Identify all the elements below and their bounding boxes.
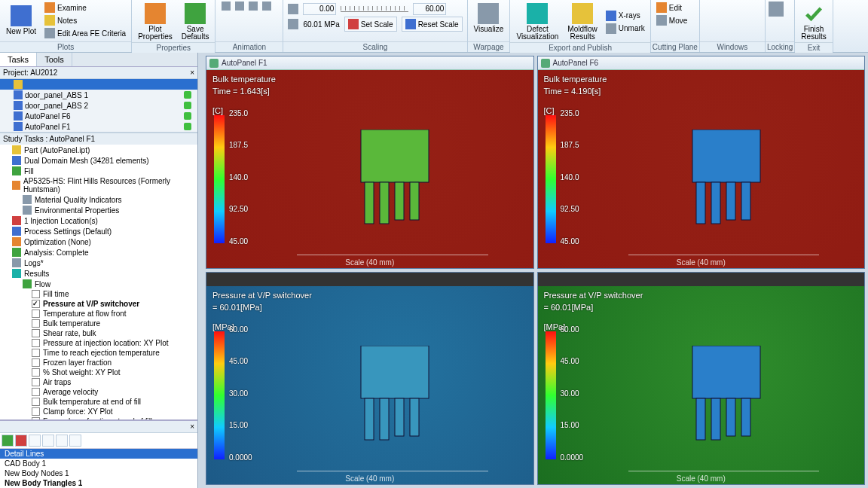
study-row[interactable]: Environmental Properties bbox=[0, 205, 197, 215]
loop-icon[interactable] bbox=[262, 2, 271, 11]
result-checkbox[interactable] bbox=[32, 329, 40, 337]
notes-button[interactable]: Notes bbox=[42, 14, 128, 26]
viewport-canvas[interactable]: Bulk temperatureTime = 1.643[s][C]235.01… bbox=[206, 70, 533, 268]
tab-tasks[interactable]: Tasks bbox=[0, 53, 37, 66]
viewport-canvas[interactable]: Pressure at V/P switchover= 60.01[MPa][M… bbox=[206, 286, 533, 484]
result-checkbox[interactable] bbox=[32, 300, 40, 308]
set-scale-button[interactable]: Set Scale bbox=[344, 17, 397, 32]
result-checkbox[interactable] bbox=[32, 368, 40, 377]
sliders-icon-2[interactable] bbox=[288, 19, 298, 29]
viewport-titlebar[interactable]: AutoPanel F1 bbox=[206, 56, 533, 70]
result-row[interactable]: Pressure at injection location: XY Plot bbox=[0, 338, 197, 348]
result-row[interactable]: Time to reach ejection temperature bbox=[0, 348, 197, 358]
defect-viz-button[interactable]: Defect Visualization bbox=[513, 2, 561, 42]
viewport-1[interactable]: AutoPanel F6Bulk temperatureTime = 4.190… bbox=[537, 56, 866, 269]
bottom-row[interactable]: New Body Triangles 1 bbox=[0, 478, 197, 488]
group-label-plots: Plots bbox=[0, 41, 131, 52]
result-checkbox[interactable] bbox=[32, 339, 40, 347]
study-row-label: Dual Domain Mesh (34281 elements) bbox=[24, 157, 149, 165]
bottom-row[interactable]: New Body Nodes 1 bbox=[0, 468, 197, 478]
result-checkbox[interactable] bbox=[32, 398, 40, 406]
study-row[interactable]: Part (AutoPanel.ipt) bbox=[0, 145, 197, 155]
viewport-0[interactable]: AutoPanel F1Bulk temperatureTime = 1.643… bbox=[206, 56, 534, 269]
study-row[interactable]: 1 Injection Location(s) bbox=[0, 215, 197, 226]
study-row-icon bbox=[12, 166, 21, 175]
result-checkbox[interactable] bbox=[32, 290, 40, 298]
bottom-row[interactable]: CAD Body 1 bbox=[0, 459, 197, 468]
visualize-button[interactable]: Visualize bbox=[471, 2, 507, 35]
result-label: Air traps bbox=[43, 378, 71, 386]
sliders-icon[interactable] bbox=[288, 4, 298, 14]
bottom-row[interactable]: Detail Lines bbox=[0, 449, 197, 459]
bt-delete-button[interactable] bbox=[15, 435, 27, 447]
viewport-3[interactable]: Pressure at V/P switchover= 60.01[MPa][M… bbox=[537, 272, 866, 485]
play-icon[interactable] bbox=[235, 2, 244, 11]
new-plot-button[interactable]: New Plot bbox=[3, 4, 39, 37]
unmark-button[interactable]: Unmark bbox=[604, 23, 647, 35]
scale-label: Scale (40 mm) bbox=[677, 258, 726, 267]
result-row[interactable]: Frozen layer fraction bbox=[0, 358, 197, 368]
study-row[interactable]: Logs* bbox=[0, 258, 197, 268]
svg-rect-7 bbox=[711, 182, 720, 224]
result-row[interactable]: Fill time bbox=[0, 289, 197, 299]
result-row[interactable]: Shear rate, bulk bbox=[0, 328, 197, 338]
tab-tools[interactable]: Tools bbox=[37, 53, 72, 66]
project-item[interactable]: door_panel_ABS 2 bbox=[0, 100, 197, 111]
result-row[interactable]: Clamp force: XY Plot bbox=[0, 407, 197, 416]
study-row[interactable]: AP5325-HS: Flint Hills Resources (Former… bbox=[0, 176, 197, 194]
study-row[interactable]: Optimization (None) bbox=[0, 236, 197, 247]
xrays-button[interactable]: X-rays bbox=[604, 10, 647, 22]
reset-scale-button[interactable]: Reset Scale bbox=[402, 17, 463, 32]
result-row[interactable]: Air traps bbox=[0, 377, 197, 387]
rewind-icon[interactable] bbox=[222, 2, 231, 11]
result-checkbox[interactable] bbox=[32, 349, 40, 357]
study-row[interactable]: Results bbox=[0, 268, 197, 279]
viewport-2[interactable]: Pressure at V/P switchover= 60.01[MPa][M… bbox=[206, 272, 534, 485]
result-checkbox[interactable] bbox=[32, 319, 40, 328]
study-row[interactable]: Material Quality Indicators bbox=[0, 194, 197, 205]
study-row[interactable]: Dual Domain Mesh (34281 elements) bbox=[0, 155, 197, 166]
project-item[interactable]: AutoPanel F6 bbox=[0, 111, 197, 121]
forward-icon[interactable] bbox=[249, 2, 258, 11]
result-checkbox[interactable] bbox=[32, 388, 40, 396]
result-row[interactable]: Average velocity bbox=[0, 387, 197, 397]
save-defaults-button[interactable]: Save Defaults bbox=[179, 2, 212, 42]
study-row[interactable]: Analysis: Complete bbox=[0, 247, 197, 258]
moldflow-results-button[interactable]: Moldflow Results bbox=[564, 2, 600, 42]
result-row[interactable]: Bulk temperature bbox=[0, 319, 197, 328]
close-icon[interactable]: × bbox=[190, 69, 194, 77]
study-row[interactable]: Fill bbox=[0, 166, 197, 176]
project-root[interactable] bbox=[0, 79, 197, 90]
finish-results-button[interactable]: Finish Results bbox=[798, 2, 829, 42]
viewport-canvas[interactable]: Pressure at V/P switchover= 60.01[MPa][M… bbox=[538, 286, 865, 484]
cut-move-button[interactable]: Move bbox=[654, 14, 689, 26]
scale-slider[interactable] bbox=[341, 6, 408, 12]
examine-button[interactable]: Examine bbox=[42, 2, 128, 14]
bt-tool-button[interactable] bbox=[42, 435, 54, 447]
edit-comments-button[interactable]: Edit Area FE Criteria bbox=[42, 27, 128, 39]
project-item[interactable]: door_panel_ABS 1 bbox=[0, 90, 197, 100]
result-checkbox[interactable] bbox=[32, 407, 40, 416]
lock-icon[interactable] bbox=[769, 2, 784, 17]
study-row-icon bbox=[12, 145, 21, 154]
study-row[interactable]: Process Settings (Default) bbox=[0, 226, 197, 236]
result-row[interactable]: % Shot weight: XY Plot bbox=[0, 368, 197, 377]
cut-edit-button[interactable]: Edit bbox=[654, 2, 689, 14]
plot-properties-button[interactable]: Plot Properties bbox=[135, 2, 176, 42]
bt-tool-button[interactable] bbox=[29, 435, 41, 447]
result-row[interactable]: Bulk temperature at end of fill bbox=[0, 397, 197, 407]
result-row[interactable]: Flow bbox=[0, 279, 197, 289]
viewport-canvas[interactable]: Bulk temperatureTime = 4.190[s][C]235.01… bbox=[538, 70, 865, 268]
legend-tick: 45.00 bbox=[229, 237, 248, 246]
project-item[interactable]: AutoPanel F1 bbox=[0, 121, 197, 132]
result-checkbox[interactable] bbox=[32, 378, 40, 386]
close-icon[interactable]: × bbox=[190, 422, 194, 431]
result-row[interactable]: Temperature at flow front bbox=[0, 309, 197, 319]
bt-tool-button[interactable] bbox=[56, 435, 68, 447]
result-checkbox[interactable] bbox=[32, 358, 40, 367]
bt-tool-button[interactable] bbox=[69, 435, 81, 447]
viewport-titlebar[interactable]: AutoPanel F6 bbox=[538, 56, 865, 70]
result-checkbox[interactable] bbox=[32, 310, 40, 318]
result-row[interactable]: Pressure at V/P switchover bbox=[0, 299, 197, 309]
bt-add-button[interactable] bbox=[2, 435, 14, 447]
